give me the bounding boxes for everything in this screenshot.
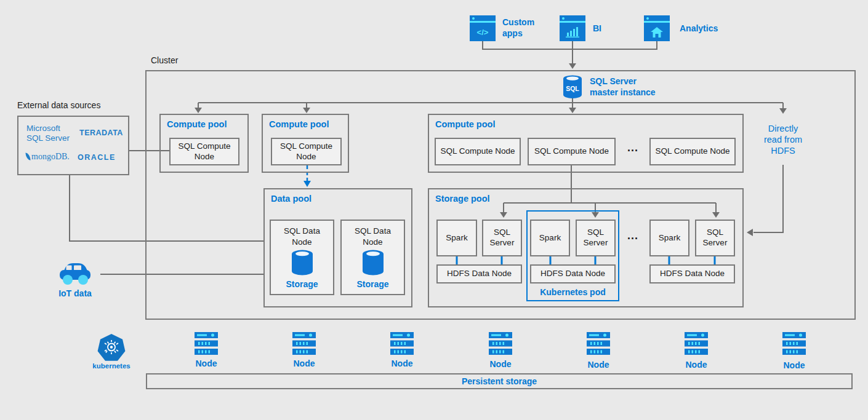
code-window-icon: </> (470, 15, 496, 41)
sql-compute-node: SQL Compute Node (649, 138, 736, 165)
compute-pool-ellipsis: ... (624, 141, 641, 154)
kubernetes-pod-label: Kubernetes pod (528, 287, 618, 298)
storage-cylinder-icon (361, 249, 385, 276)
spark-node: Spark (530, 220, 570, 256)
directly-read-hdfs-label: Directly read from HDFS (759, 123, 807, 156)
server-icon (292, 332, 316, 355)
node-label: Node (286, 359, 323, 370)
spark-node: Spark (649, 220, 689, 256)
server-icon (195, 332, 218, 355)
analytics-label: Analytics (680, 23, 718, 34)
sql-server-node: SQL Server (482, 220, 522, 256)
sql-data-node-1: SQL Data Node Storage (270, 220, 334, 295)
mongodb-text: mongoDB. (31, 152, 70, 161)
server-icon (587, 332, 610, 355)
storage-pool-title: Storage pool (435, 194, 490, 204)
external-data-sources-box: Microsoft SQL Server TERADATA mongoDB. O… (17, 116, 129, 175)
node-label: Node (776, 360, 813, 371)
svg-text:SQL: SQL (566, 85, 579, 92)
server-icon (685, 332, 708, 355)
sql-compute-node: SQL Compute Node (528, 138, 616, 165)
home-glyph (650, 26, 664, 38)
iot-car-icon (58, 259, 92, 287)
compute-pool-3-title: Compute pool (435, 119, 495, 129)
sql-data-node-2: SQL Data Node Storage (340, 220, 405, 295)
data-pool-title: Data pool (271, 194, 311, 204)
sql-master-line1: SQL Server (590, 76, 656, 87)
mongodb-leaf-icon (25, 153, 30, 161)
persistent-storage-label: Persistent storage (462, 376, 537, 386)
external-data-sources-label: External data sources (17, 100, 100, 110)
sql-master-label: SQL Server master instance (590, 76, 656, 98)
node-label: Node (188, 359, 225, 370)
sql-server-node: SQL Server (695, 220, 735, 256)
home-window-icon (644, 15, 670, 41)
storage-pool-ellipsis: ... (624, 229, 641, 242)
node-label: Node (580, 360, 617, 371)
node-label: Node (482, 359, 519, 370)
sql-compute-node: SQL Compute Node (169, 138, 239, 165)
architecture-diagram: </> Custom apps BI Analytics Cluster (0, 0, 868, 420)
kubernetes-icon (97, 334, 126, 362)
cluster-label: Cluster (151, 55, 178, 65)
teradata-logo: TERADATA (79, 129, 123, 137)
server-icon (782, 332, 806, 355)
sql-master-cylinder-icon: SQL (562, 74, 583, 99)
sql-compute-node: SQL Compute Node (435, 138, 521, 165)
compute-pool-1-title: Compute pool (167, 119, 227, 129)
hdfs-data-node: HDFS Data Node (436, 264, 522, 283)
hdfs-data-node: HDFS Data Node (649, 264, 735, 283)
sql-server-node: SQL Server (576, 220, 616, 256)
sql-data-node-label: SQL Data Node (345, 226, 401, 247)
sql-master-line2: master instance (590, 87, 656, 98)
node-label: Node (384, 359, 420, 370)
mssql-logo: Microsoft SQL Server (26, 124, 73, 143)
sql-compute-node: SQL Compute Node (271, 138, 342, 165)
bi-label: BI (593, 23, 601, 34)
server-icon (489, 332, 512, 355)
hdfs-data-node: HDFS Data Node (530, 264, 616, 283)
spark-node: Spark (436, 220, 477, 256)
custom-apps-label: Custom apps (502, 17, 545, 39)
persistent-storage-bar: Persistent storage (146, 373, 853, 389)
chart-window-icon (560, 15, 585, 41)
mongodb-logo: mongoDB. (26, 152, 70, 162)
server-icon (390, 332, 414, 355)
sql-data-node-label: SQL Data Node (275, 226, 330, 247)
kubernetes-label: kubernetes (90, 362, 133, 370)
oracle-logo: ORACLE (78, 153, 116, 162)
storage-label: Storage (286, 279, 318, 290)
iot-data-label: IoT data (57, 288, 93, 299)
storage-label: Storage (356, 279, 388, 290)
compute-pool-2-title: Compute pool (269, 119, 329, 129)
bar-chart-glyph (566, 26, 579, 38)
node-label: Node (678, 360, 715, 371)
storage-cylinder-icon (290, 249, 315, 276)
